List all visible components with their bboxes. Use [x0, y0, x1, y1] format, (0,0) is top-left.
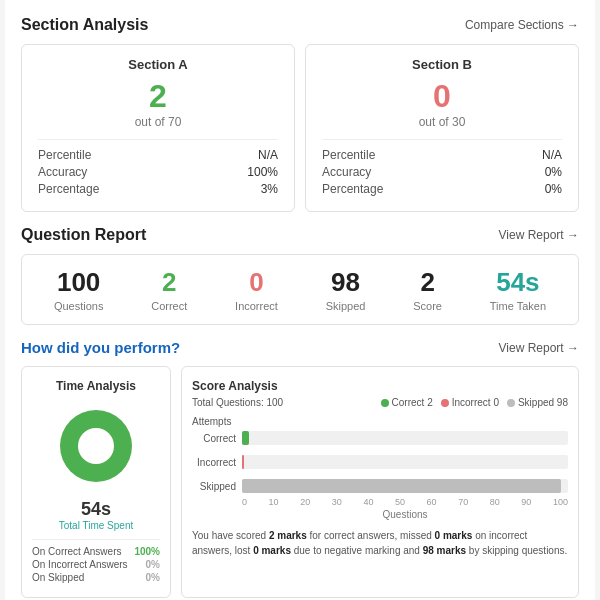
section-a-title: Section A [38, 57, 278, 72]
x-90: 90 [521, 497, 531, 507]
metric-incorrect-label: Incorrect [235, 300, 278, 312]
metric-incorrect-value: 0 [235, 267, 278, 298]
bar-incorrect-row: Incorrect [192, 455, 568, 469]
legend-skipped-dot [507, 399, 515, 407]
x-0: 0 [242, 497, 247, 507]
score-analysis-title: Score Analysis [192, 379, 568, 393]
legend-skipped-label: Skipped 98 [518, 397, 568, 408]
b-percentile-value: N/A [542, 148, 562, 162]
metric-incorrect: 0 Incorrect [235, 267, 278, 312]
section-a-stats: Percentile N/A Accuracy 100% Percentage … [38, 139, 278, 196]
section-a-score: 2 [38, 78, 278, 115]
score-analysis-card: Score Analysis Total Questions: 100 Corr… [181, 366, 579, 598]
section-b-title: Section B [322, 57, 562, 72]
x-100: 100 [553, 497, 568, 507]
percentile-value: N/A [258, 148, 278, 162]
x-axis-label: Questions [242, 509, 568, 520]
time-analysis-card: Time Analysis 54s Total Time Spent On Co… [21, 366, 171, 598]
b-percentile-label: Percentile [322, 148, 375, 162]
chart-legend: Correct 2 Incorrect 0 Skipped 98 [381, 397, 568, 408]
time-correct-row: On Correct Answers 100% [32, 546, 160, 557]
accuracy-value: 100% [247, 165, 278, 179]
time-label: Total Time Spent [32, 520, 160, 531]
metric-score-label: Score [413, 300, 442, 312]
metric-skipped-label: Skipped [326, 300, 366, 312]
attempts-label: Attempts [192, 416, 568, 427]
time-correct-label: On Correct Answers [32, 546, 121, 557]
x-40: 40 [363, 497, 373, 507]
view-report-link[interactable]: View Report → [499, 228, 579, 242]
performance-view-report-link[interactable]: View Report → [499, 341, 579, 355]
bar-skipped-fill [242, 479, 561, 493]
time-skipped-label: On Skipped [32, 572, 84, 583]
time-skipped-value: 0% [146, 572, 160, 583]
performance-section: How did you perform? View Report → Time … [21, 339, 579, 598]
performance-header: How did you perform? View Report → [21, 339, 579, 356]
score-note: You have scored 2 marks for correct answ… [192, 528, 568, 558]
metric-correct: 2 Correct [151, 267, 187, 312]
section-b-score: 0 [322, 78, 562, 115]
bar-incorrect-fill [242, 455, 244, 469]
time-incorrect-row: On Incorrect Answers 0% [32, 559, 160, 570]
metric-correct-label: Correct [151, 300, 187, 312]
legend-incorrect-dot [441, 399, 449, 407]
section-a-percentile: Percentile N/A [38, 148, 278, 162]
qr-header: Question Report View Report → [21, 226, 579, 244]
compare-sections-link[interactable]: Compare Sections → [465, 18, 579, 32]
legend-skipped: Skipped 98 [507, 397, 568, 408]
metric-questions-label: Questions [54, 300, 104, 312]
metric-score: 2 Score [413, 267, 442, 312]
x-30: 30 [332, 497, 342, 507]
percentile-label: Percentile [38, 148, 91, 162]
b-accuracy-value: 0% [545, 165, 562, 179]
x-axis: 0 10 20 30 40 50 60 70 80 90 100 [242, 497, 568, 507]
x-10: 10 [269, 497, 279, 507]
bar-incorrect-track [242, 455, 568, 469]
section-b-percentile: Percentile N/A [322, 148, 562, 162]
metric-time-label: Time Taken [490, 300, 546, 312]
section-analysis-title: Section Analysis [21, 16, 148, 34]
legend-incorrect: Incorrect 0 [441, 397, 499, 408]
legend-correct-label: Correct 2 [392, 397, 433, 408]
b-percentage-label: Percentage [322, 182, 383, 196]
bar-skipped-track [242, 479, 568, 493]
donut-hole [78, 428, 114, 464]
qr-title: Question Report [21, 226, 146, 244]
bar-correct-fill [242, 431, 249, 445]
total-questions-label: Total Questions: 100 [192, 397, 283, 408]
metric-correct-value: 2 [151, 267, 187, 298]
bar-chart: Correct Incorrect Skipped [192, 431, 568, 493]
time-incorrect-label: On Incorrect Answers [32, 559, 128, 570]
x-70: 70 [458, 497, 468, 507]
x-20: 20 [300, 497, 310, 507]
bar-skipped-label: Skipped [192, 481, 236, 492]
bar-correct-row: Correct [192, 431, 568, 445]
section-b-card: Section B 0 out of 30 Percentile N/A Acc… [305, 44, 579, 212]
section-b-accuracy: Accuracy 0% [322, 165, 562, 179]
legend-correct-dot [381, 399, 389, 407]
time-skipped-row: On Skipped 0% [32, 572, 160, 583]
bar-correct-track [242, 431, 568, 445]
legend-incorrect-label: Incorrect 0 [452, 397, 499, 408]
score-meta: Total Questions: 100 Correct 2 Incorrect… [192, 397, 568, 408]
donut-svg [51, 401, 141, 491]
x-80: 80 [490, 497, 500, 507]
section-a-card: Section A 2 out of 70 Percentile N/A Acc… [21, 44, 295, 212]
bar-incorrect-label: Incorrect [192, 457, 236, 468]
metric-score-value: 2 [413, 267, 442, 298]
qr-metrics: 100 Questions 2 Correct 0 Incorrect 98 S… [21, 254, 579, 325]
section-b-out-of: out of 30 [322, 115, 562, 129]
page-wrapper: Section Analysis Compare Sections → Sect… [5, 0, 595, 600]
time-correct-value: 100% [134, 546, 160, 557]
percentage-value: 3% [261, 182, 278, 196]
section-a-out-of: out of 70 [38, 115, 278, 129]
metric-skipped: 98 Skipped [326, 267, 366, 312]
metric-time-value: 54s [490, 267, 546, 298]
section-b-percentage: Percentage 0% [322, 182, 562, 196]
section-analysis-header: Section Analysis Compare Sections → [21, 16, 579, 34]
performance-title: How did you perform? [21, 339, 180, 356]
performance-body: Time Analysis 54s Total Time Spent On Co… [21, 366, 579, 598]
sections-row: Section A 2 out of 70 Percentile N/A Acc… [21, 44, 579, 212]
percentage-label: Percentage [38, 182, 99, 196]
accuracy-label: Accuracy [38, 165, 87, 179]
